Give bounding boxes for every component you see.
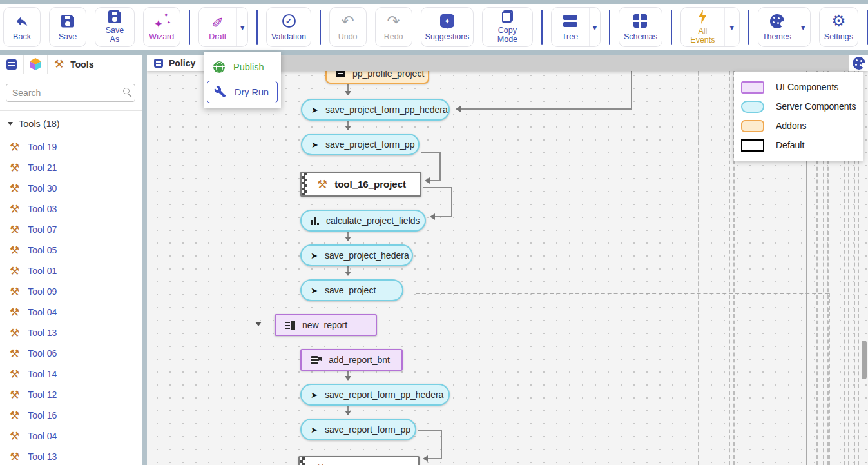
all-events-dropdown-button[interactable] xyxy=(724,8,738,46)
crossed-tools-icon xyxy=(10,431,19,442)
schemas-button[interactable]: Schemas xyxy=(619,7,662,47)
tool-list-item[interactable]: Tool 01 xyxy=(0,261,142,281)
sidebar: Tools Tools (18) Tool 19 Tool 21 Tool 30… xyxy=(0,55,142,465)
tool-list: Tool 19 Tool 21 Tool 30 Tool 03 Tool 07 … xyxy=(0,133,142,465)
bar-chart-icon xyxy=(311,217,319,225)
draft-dropdown-button[interactable] xyxy=(236,8,248,46)
crossed-tools-icon xyxy=(10,390,19,401)
suggestions-button[interactable]: ✦ Suggestions xyxy=(421,7,474,47)
menu-item-dry-run[interactable]: Dry Run xyxy=(207,81,278,103)
wizard-button[interactable]: ✦✦✦ Wizard xyxy=(143,7,180,47)
node-tool-partial[interactable] xyxy=(298,456,420,465)
copy-icon xyxy=(502,10,513,23)
node-add-report-bnt[interactable]: add_report_bnt xyxy=(300,349,403,371)
sparkles-icon: ✦✦✦ xyxy=(154,14,169,29)
node-tool-16-project[interactable]: tool_16_project xyxy=(300,172,421,197)
node-save-project-hedera[interactable]: save_project_hedera xyxy=(300,244,413,266)
legend-row-ui-components: UI Components xyxy=(734,77,863,97)
event-dashed-line xyxy=(698,71,699,465)
node-new-report[interactable]: new_report xyxy=(275,314,377,336)
tool-list-item[interactable]: Tool 21 xyxy=(0,157,142,178)
gear-icon xyxy=(831,13,845,30)
floppy-disk-icon xyxy=(108,10,121,23)
send-icon xyxy=(311,251,318,260)
toolbar-separator xyxy=(320,10,321,45)
back-button[interactable]: Back xyxy=(3,7,41,47)
canvas-vertical-scrollbar[interactable] xyxy=(862,341,867,379)
search-icon xyxy=(123,88,130,94)
tool-list-item[interactable]: Tool 30 xyxy=(0,178,142,199)
toolbar-separator xyxy=(256,10,258,45)
flow-arrowhead xyxy=(452,106,461,112)
tree-split-button: Tree xyxy=(551,7,601,47)
node-save-project-form-pp-hedera[interactable]: save_project_form_pp_hedera xyxy=(301,99,450,121)
flow-connector xyxy=(421,152,441,153)
tools-section-header[interactable]: Tools (18) xyxy=(0,111,142,133)
flow-arrowhead xyxy=(427,213,435,220)
copy-mode-button[interactable]: Copy Mode xyxy=(482,7,532,47)
sidebar-tab-tools[interactable]: Tools xyxy=(48,55,142,74)
policy-canvas: pp_profile_project save_project_form_pp_… xyxy=(147,55,868,465)
node-save-report-form-pp[interactable]: save_report_form_pp xyxy=(300,419,416,440)
legend-row-addons: Addons xyxy=(734,116,863,135)
undo-button[interactable]: Undo xyxy=(329,7,367,47)
all-events-split-button: All Events xyxy=(680,7,740,47)
crossed-tools-icon xyxy=(10,266,19,277)
tool-list-item[interactable]: Tool 09 xyxy=(0,281,142,302)
send-icon xyxy=(311,425,318,434)
node-save-project-form-pp[interactable]: save_project_form_pp xyxy=(301,134,420,155)
search-input[interactable] xyxy=(6,84,135,102)
tool-list-item[interactable]: Tool 13 xyxy=(0,446,142,465)
save-as-button[interactable]: Save As xyxy=(95,7,135,47)
tool-list-item[interactable]: Tool 13 xyxy=(0,322,142,343)
crossed-tools-icon xyxy=(10,369,19,380)
all-events-button[interactable]: All Events xyxy=(681,8,724,46)
sidebar-resize-strip[interactable] xyxy=(142,55,147,465)
node-save-project[interactable]: save_project xyxy=(300,279,403,301)
flow-arrow xyxy=(347,84,349,95)
validation-button[interactable]: ✓ Validation xyxy=(266,7,311,47)
tool-list-item[interactable]: Tool 07 xyxy=(0,219,142,240)
crossed-tools-icon xyxy=(10,224,19,235)
node-save-report-form-pp-hedera[interactable]: save_report_form_pp_hedera xyxy=(300,384,450,406)
sidebar-tab-blocks[interactable] xyxy=(0,55,24,74)
collapse-triangle-icon xyxy=(8,122,13,128)
crossed-tools-icon xyxy=(10,328,19,339)
collapse-branch-caret[interactable] xyxy=(255,322,262,330)
draft-button[interactable]: Draft xyxy=(199,8,236,46)
draft-dropdown-menu: Publish Dry Run xyxy=(204,52,281,108)
button-flag-icon xyxy=(311,356,322,364)
redo-button[interactable]: Redo xyxy=(375,7,412,47)
sidebar-tab-modules[interactable] xyxy=(24,55,48,74)
tool-list-item[interactable]: Tool 04 xyxy=(0,302,142,322)
lightning-bolt-icon xyxy=(698,10,707,24)
palette-icon[interactable] xyxy=(853,57,865,70)
tab-policy[interactable]: Policy xyxy=(147,55,204,71)
toolbar: Back Save Save As ✦✦✦ Wizard Draft ✓ Val… xyxy=(0,4,868,50)
tool-list-item[interactable]: Tool 12 xyxy=(0,384,142,405)
menu-item-publish[interactable]: Publish xyxy=(204,55,281,79)
palette-icon xyxy=(770,14,784,28)
flow-arrow xyxy=(347,121,349,130)
settings-button[interactable]: Settings xyxy=(819,7,858,47)
crossed-tools-icon xyxy=(10,307,19,318)
crossed-tools-icon xyxy=(10,286,19,297)
tree-dropdown-button[interactable] xyxy=(589,8,601,46)
tool-list-item[interactable]: Tool 03 xyxy=(0,199,142,219)
tool-list-item[interactable]: Tool 16 xyxy=(0,405,142,426)
tool-list-item[interactable]: Tool 19 xyxy=(0,137,142,157)
undo-icon xyxy=(342,13,354,30)
tool-list-item[interactable]: Tool 05 xyxy=(0,240,142,261)
flow-arrowhead xyxy=(421,177,430,184)
send-icon xyxy=(311,140,318,149)
tree-button[interactable]: Tree xyxy=(552,8,589,46)
themes-button[interactable]: Themes xyxy=(758,8,796,46)
save-button[interactable]: Save xyxy=(49,7,86,47)
node-calculate-project-fields[interactable]: calculate_project_fields xyxy=(300,210,426,232)
themes-dropdown-button[interactable] xyxy=(796,8,810,46)
report-list-icon xyxy=(285,321,295,330)
pencil-icon xyxy=(212,14,224,28)
tool-list-item[interactable]: Tool 06 xyxy=(0,343,142,364)
tool-list-item[interactable]: Tool 04 xyxy=(0,426,142,446)
tool-list-item[interactable]: Tool 14 xyxy=(0,364,142,384)
